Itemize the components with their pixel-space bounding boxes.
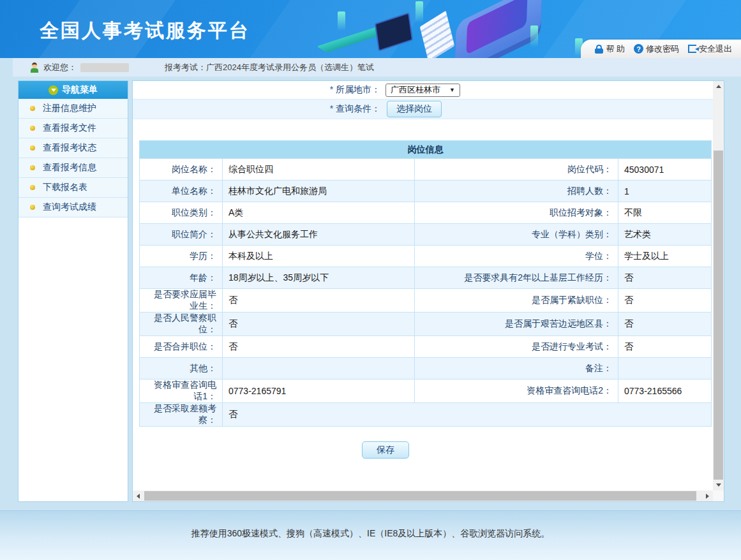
nav-menu-header: 导航菜单 — [19, 81, 128, 99]
table-row: 年龄：18周岁以上、35周岁以下是否要求具有2年以上基层工作经历：否 — [140, 267, 712, 289]
bullet-icon — [30, 126, 35, 131]
table-row: 是否采取差额考察：否 — [140, 403, 712, 427]
field-value: 本科及以上 — [223, 246, 415, 267]
scroll-down-icon[interactable] — [713, 480, 724, 490]
footer-text: 推荐使用360极速模式、搜狗（高速模式）、IE（IE8及以上版本）、谷歌浏览器访… — [0, 528, 741, 540]
field-value — [618, 358, 712, 379]
field-value: 0773-2165566 — [618, 379, 712, 403]
help-label: 帮 助 — [606, 43, 625, 55]
field-value: 0773-2165791 — [223, 379, 415, 403]
header: 全国人事考试服务平台 帮 助 ? 修改密码 安全退出 — [0, 0, 741, 58]
field-value: 否 — [618, 336, 712, 358]
field-label: 资格审查咨询电话2： — [415, 379, 618, 403]
horizontal-scrollbar-thumb[interactable] — [144, 491, 696, 501]
field-value: A类 — [223, 202, 415, 224]
sidebar-item-label: 注册信息维护 — [43, 103, 96, 114]
field-label: 单位名称： — [140, 181, 223, 202]
table-row: 其他：备注： — [140, 358, 712, 379]
city-select[interactable]: 广西区桂林市 ▼ — [385, 84, 460, 97]
bullet-icon — [30, 165, 35, 170]
field-value: 否 — [223, 289, 415, 313]
field-label: 学位： — [415, 246, 618, 267]
scroll-up-icon[interactable] — [713, 81, 724, 92]
select-position-button[interactable]: 选择岗位 — [387, 101, 442, 117]
sidebar-item[interactable]: 查询考试成绩 — [19, 198, 128, 217]
field-value: 不限 — [618, 202, 712, 224]
field-label: 是否采取差额考察： — [140, 403, 223, 427]
horizontal-scrollbar[interactable] — [133, 490, 713, 501]
sidebar-item[interactable]: 下载报名表 — [19, 178, 128, 198]
help-link[interactable]: 帮 助 — [595, 43, 625, 55]
bullet-icon — [30, 106, 35, 111]
field-label: 是否进行专业考试： — [415, 336, 618, 358]
field-value: 否 — [223, 313, 415, 336]
field-value: 1 — [618, 181, 712, 202]
content-inner: * 所属地市： 广西区桂林市 ▼ * 查询条件： 选择岗位 — [133, 81, 713, 490]
vertical-scrollbar-thumb[interactable] — [714, 151, 723, 480]
table-row: 职位类别：A类职位招考对象：不限 — [140, 202, 712, 224]
table-row: 学历：本科及以上学位：学士及以上 — [140, 246, 712, 267]
exam-label: 报考考试：广西2024年度考试录用公务员（选调生）笔试 — [165, 62, 374, 73]
query-label: * 查询条件： — [133, 103, 380, 115]
field-label: 职位招考对象： — [415, 202, 618, 224]
field-label: 是否合并职位： — [140, 336, 223, 358]
scroll-right-icon[interactable] — [702, 490, 713, 501]
user-avatar-icon — [29, 63, 40, 73]
change-password-label: 修改密码 — [646, 43, 679, 55]
illustration-screen — [375, 12, 413, 51]
content-panel: * 所属地市： 广西区桂林市 ▼ * 查询条件： 选择岗位 — [132, 80, 724, 502]
chevron-down-icon: ▼ — [449, 87, 455, 93]
change-password-link[interactable]: ? 修改密码 — [634, 43, 679, 55]
field-label: 年龄： — [140, 267, 223, 289]
table-row: 单位名称：桂林市文化广电和旅游局招聘人数：1 — [140, 181, 712, 202]
illustration-stairs — [420, 11, 454, 58]
logout-label: 安全退出 — [699, 43, 732, 55]
sidebar-item[interactable]: 注册信息维护 — [19, 99, 128, 119]
bullet-icon — [30, 185, 35, 190]
sidebar-item-label: 下载报名表 — [43, 182, 87, 193]
sidebar-item[interactable]: 查看报考信息 — [19, 158, 128, 178]
sidebar-item-label: 查看报考文件 — [43, 122, 96, 134]
nav-menu-title: 导航菜单 — [62, 84, 98, 96]
field-value: 学士及以上 — [618, 246, 712, 267]
field-label: 是否属于艰苦边远地区县： — [415, 313, 618, 336]
table-row: 资格审查咨询电话1：0773-2165791资格审查咨询电话2：0773-216… — [140, 379, 712, 403]
field-label: 是否属于紧缺职位： — [415, 289, 618, 313]
field-value: 否 — [618, 289, 712, 313]
bullet-icon — [30, 205, 35, 210]
field-value: 18周岁以上、35周岁以下 — [223, 267, 415, 289]
field-value — [223, 358, 415, 379]
field-label: 专业（学科）类别： — [415, 224, 618, 246]
welcome-label: 欢迎您： — [43, 62, 77, 73]
main-area: 导航菜单 注册信息维护查看报考文件查看报考状态查看报考信息下载报名表查询考试成绩… — [0, 77, 741, 502]
utility-strip: 帮 助 ? 修改密码 安全退出 — [581, 40, 741, 58]
field-label: 是否人民警察职位： — [140, 313, 223, 336]
table-row: 是否人民警察职位：否是否属于艰苦边远地区县：否 — [140, 313, 712, 336]
position-info-table: 岗位信息 岗位名称：综合职位四岗位代码：45030071单位名称：桂林市文化广电… — [139, 140, 712, 427]
sidebar-item[interactable]: 查看报考状态 — [19, 138, 128, 158]
vertical-scrollbar[interactable] — [713, 81, 724, 490]
lock-icon — [595, 45, 603, 54]
scroll-left-icon[interactable] — [133, 490, 144, 501]
sidebar-item-label: 查看报考信息 — [43, 162, 96, 173]
question-icon: ? — [634, 44, 643, 54]
field-label: 招聘人数： — [415, 181, 618, 202]
field-label: 资格审查咨询电话1： — [140, 379, 223, 403]
logout-icon — [688, 45, 696, 53]
field-label: 职位类别： — [140, 202, 223, 224]
illustration-glow-bar — [415, 1, 423, 23]
chevron-down-icon — [49, 85, 58, 95]
sidebar-item[interactable]: 查看报考文件 — [19, 119, 128, 138]
redacted-username — [80, 63, 129, 72]
field-value: 艺术类 — [618, 224, 712, 246]
field-value: 45030071 — [618, 159, 712, 181]
field-value: 从事公共文化服务工作 — [223, 224, 415, 246]
logout-link[interactable]: 安全退出 — [688, 43, 732, 55]
field-label: 备注： — [415, 358, 618, 379]
save-button[interactable]: 保存 — [362, 441, 409, 459]
header-illustration — [320, 0, 588, 58]
field-value: 否 — [223, 336, 415, 358]
field-label: 学历： — [140, 246, 223, 267]
city-label: * 所属地市： — [133, 84, 380, 96]
sidebar-item-label: 查询考试成绩 — [43, 202, 96, 213]
